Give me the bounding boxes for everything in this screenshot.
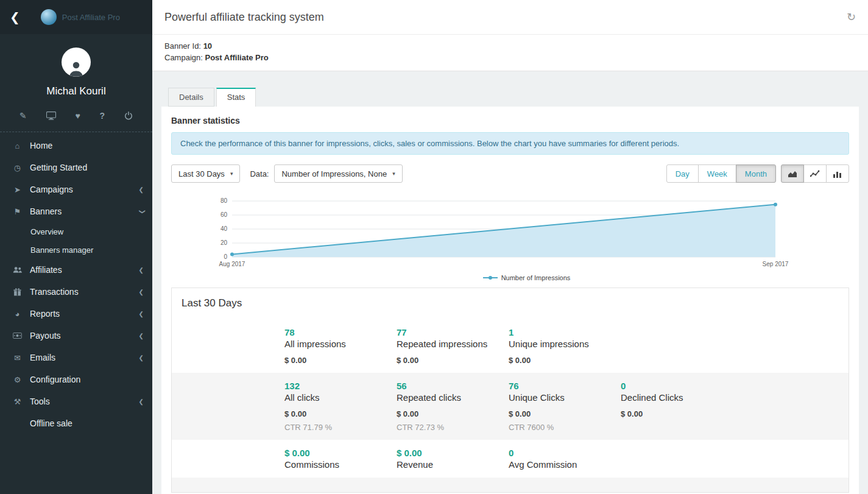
period-button-group: Day Week Month [666,164,776,183]
data-series-select[interactable]: Number of Impressions, None ▾ [274,164,402,183]
sidebar-item-transactions[interactable]: Transactions ❮ [0,281,152,303]
banner-id-row: Banner Id: 10 [164,40,856,52]
pie-chart-icon: ◕ [12,309,23,319]
sidebar-item-home[interactable]: ⌂ Home [0,135,152,157]
content: Details Stats Banner statistics Check th… [152,71,868,494]
stat-cell: 1 Unique impressions $ 0.00 [509,327,621,365]
summary-row-clicks: 132 All clicks $ 0.00 CTR 71.79 % 56 Rep… [172,373,849,440]
svg-text:Aug 2017: Aug 2017 [219,261,245,267]
line-chart-button[interactable] [803,164,827,183]
bar-chart-button[interactable] [826,164,849,183]
sidebar-item-overview[interactable]: Overview [0,222,152,241]
data-series-value: Number of Impressions, None [281,169,387,178]
heart-icon[interactable]: ♥ [75,111,80,121]
sidebar-item-reports[interactable]: ◕ Reports ❮ [0,303,152,325]
sidebar-item-label: Banners [30,206,62,216]
legend-line-icon [483,275,498,281]
sidebar-item-label: Campaigns [30,185,73,194]
sidebar-item-label: Offline sale [30,418,72,428]
stat-value: 132 [284,381,389,391]
sidebar-item-label: Affiliates [30,265,62,275]
banner-info: Banner Id: 10 Campaign: Post Affiliate P… [152,35,868,71]
sidebar-item-payouts[interactable]: Payouts ❮ [0,325,152,347]
sidebar-item-label: Payouts [30,331,61,341]
stat-money: $ 0.00 [509,356,613,365]
sidebar-item-label: Home [30,141,52,150]
sidebar-item-campaigns[interactable]: ➤ Campaigns ❮ [0,178,152,200]
tab-details[interactable]: Details [168,88,214,107]
sidebar-item-offline-sale[interactable]: Offline sale [0,412,152,434]
summary-title: Last 30 Days [172,288,849,319]
week-button[interactable]: Week [698,164,736,183]
info-alert: Check the performance of this banner for… [171,132,849,155]
clock-icon: ◷ [12,163,23,172]
caret-down-icon: ▾ [392,171,395,177]
quick-actions: ✎ ♥ ? [0,97,152,121]
sidebar-item-banners-manager[interactable]: Banners manager [0,241,152,259]
user-name: Michal Kouril [0,85,152,97]
avatar [62,48,91,77]
tab-bar: Details Stats [168,88,859,107]
caret-down-icon: ▾ [230,171,233,177]
stat-cell: 0 Declined Clicks $ 0.00 [621,381,733,432]
period-range-select[interactable]: Last 30 Days ▾ [171,164,240,183]
tab-stats[interactable]: Stats [216,88,256,107]
brand-text: Post Affiliate Pro [62,13,120,22]
stat-value: 0 [621,381,725,391]
svg-text:40: 40 [221,225,228,232]
envelope-icon: ✉ [12,353,23,362]
area-chart-icon [788,170,797,178]
area-chart-button[interactable] [781,164,804,183]
stat-label: All impressions [284,339,389,349]
impressions-chart: 020406080Aug 2017Sep 2017 [204,192,789,270]
stat-money: $ 0.00 [509,409,613,418]
campaign-label: Campaign: [164,53,203,62]
stat-value: $ 0.00 [397,448,501,458]
stat-ctr: CTR 72.73 % [397,423,501,432]
money-icon [12,333,23,339]
refresh-icon[interactable]: ↻ [847,10,856,24]
sidebar-subitem-label: Banners manager [30,245,93,255]
sidebar-item-emails[interactable]: ✉ Emails ❮ [0,347,152,369]
sidebar-menu: ⌂ Home ◷ Getting Started ➤ Campaigns ❮ ⚑… [0,135,152,494]
chevron-left-icon: ❮ [139,333,144,339]
sidebar-item-affiliates[interactable]: Affiliates ❮ [0,259,152,281]
sidebar-item-configuration[interactable]: ⚙ Configuration [0,369,152,390]
brand-logo[interactable]: Post Affiliate Pro [41,9,120,25]
svg-text:20: 20 [221,239,228,246]
chevron-left-icon: ❮ [139,289,144,295]
chart-area: 020406080Aug 2017Sep 2017 Number of Impr… [171,192,849,281]
sidebar-item-tools[interactable]: ⚒ Tools ❮ [0,390,152,412]
day-button[interactable]: Day [666,164,699,183]
chevron-left-icon: ❮ [139,311,144,317]
stat-cell: $ 0.00 Commissions [284,448,397,470]
svg-text:60: 60 [221,211,228,218]
users-icon [12,266,23,273]
stat-money: $ 0.00 [284,356,389,365]
question-icon[interactable]: ? [100,111,105,121]
line-chart-icon [810,170,820,178]
bar-chart-icon [833,170,842,178]
desktop-icon[interactable] [46,111,56,120]
month-button[interactable]: Month [736,164,776,183]
home-icon: ⌂ [12,141,23,150]
period-range-value: Last 30 Days [178,169,225,178]
chevron-left-icon: ❮ [139,186,144,193]
back-chevron-icon[interactable]: ❮ [9,7,25,27]
edit-pencil-icon[interactable]: ✎ [19,111,27,121]
stat-money: $ 0.00 [284,409,389,418]
stat-ctr: CTR 7600 % [509,423,613,432]
user-profile: Michal Kouril ✎ ♥ ? [0,34,152,121]
stat-money: $ 0.00 [621,409,725,418]
sidebar-item-banners[interactable]: ⚑ Banners ❮ [0,200,152,222]
stat-label: Repeated impressions [397,339,501,349]
stat-ctr: CTR 71.79 % [284,423,389,432]
power-icon[interactable] [124,111,133,120]
campaign-value: Post Affiliate Pro [205,53,269,62]
sidebar-item-getting-started[interactable]: ◷ Getting Started [0,157,152,178]
stat-value: 56 [397,381,501,391]
stat-label: Unique Clicks [509,392,613,403]
sidebar-item-label: Configuration [30,375,80,384]
stat-cell: $ 0.00 Revenue [397,448,509,470]
sidebar-item-label: Reports [30,309,60,319]
